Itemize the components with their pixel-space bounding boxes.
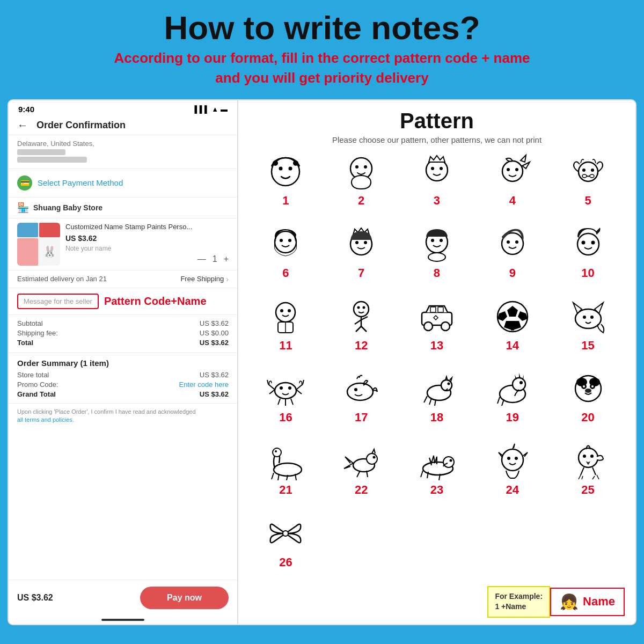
svg-point-65	[288, 386, 291, 390]
svg-point-63	[275, 383, 296, 399]
product-details: Customized Name Stamp Paints Perso... US…	[65, 223, 229, 266]
svg-point-22	[288, 239, 291, 242]
svg-rect-52	[430, 307, 436, 312]
svg-point-25	[364, 241, 367, 244]
product-title: Customized Name Stamp Paints Perso...	[65, 223, 229, 232]
pattern-item-21: 21	[249, 440, 323, 509]
pattern-number-6: 6	[282, 266, 289, 280]
product-row: 🐰 Customized Name Stamp Paints Perso... …	[9, 218, 237, 270]
payment-label[interactable]: Select Payment Method	[38, 178, 123, 187]
back-button[interactable]: ←	[17, 119, 28, 131]
pattern-icon-10	[565, 223, 612, 265]
pattern-item-14: 14	[475, 296, 549, 365]
svg-rect-53	[438, 307, 443, 312]
pattern-item-6: 6	[249, 223, 323, 292]
pattern-title: Pattern	[249, 109, 625, 133]
pattern-item-22: 22	[325, 440, 398, 509]
svg-point-72	[513, 378, 525, 391]
address-blur-2	[17, 157, 87, 163]
subtotal-section: Subtotal US $3.62 Shipping fee: US $0.00…	[9, 315, 237, 353]
svg-point-4	[293, 160, 298, 166]
qty-plus[interactable]: +	[224, 254, 229, 264]
pattern-item-25: 25	[551, 440, 625, 509]
svg-point-50	[424, 322, 433, 331]
pay-button[interactable]: Pay now	[140, 587, 229, 609]
svg-point-13	[507, 168, 510, 171]
pattern-number-19: 19	[506, 411, 519, 425]
terms-link[interactable]: all terms and policies.	[17, 416, 74, 423]
free-shipping: Free Shipping	[180, 275, 224, 283]
pattern-item-20: 20	[551, 368, 625, 437]
status-time: 9:40	[18, 105, 34, 114]
left-panel: 9:40 ▌▌▌ ▲ ▬ ← Order Confirmation Delawa…	[8, 99, 238, 625]
svg-point-43	[363, 306, 365, 309]
svg-point-7	[364, 165, 367, 169]
pattern-number-23: 23	[430, 483, 443, 497]
phone-nav: ← Order Confirmation	[9, 116, 237, 135]
pay-total: US $3.62	[17, 593, 53, 603]
svg-point-61	[583, 316, 586, 319]
pattern-icon-20	[565, 368, 612, 409]
svg-line-45	[355, 320, 361, 324]
svg-point-1	[279, 166, 283, 170]
pattern-icon-14	[489, 296, 536, 338]
store-icon: 🏪	[17, 202, 29, 214]
pattern-item-23: 23	[400, 440, 474, 509]
product-price: US $3.62	[65, 234, 229, 243]
pattern-item-16: 16	[249, 368, 323, 437]
payment-section: 💳 Select Payment Method	[9, 169, 237, 197]
pattern-item-24: 24	[475, 440, 549, 509]
svg-point-96	[590, 455, 594, 458]
pattern-number-17: 17	[355, 411, 368, 425]
svg-point-19	[590, 174, 594, 178]
svg-point-67	[354, 388, 357, 391]
home-indicator	[9, 616, 237, 624]
pattern-icon-2	[338, 151, 385, 193]
promo-value[interactable]: Enter code here	[179, 380, 229, 389]
pattern-item-1: 1	[249, 151, 323, 220]
pattern-number-24: 24	[506, 483, 519, 497]
pattern-number-20: 20	[581, 411, 594, 425]
qty-minus[interactable]: —	[197, 254, 206, 264]
pattern-icon-11	[262, 296, 309, 338]
pattern-number-3: 3	[434, 194, 440, 208]
message-box[interactable]: Message for the seller	[17, 294, 99, 309]
pattern-item-17: 17	[325, 368, 398, 437]
pattern-icon-25	[565, 440, 612, 482]
pattern-item-19: 19	[475, 368, 549, 437]
pattern-item-3: 3	[400, 151, 474, 220]
pattern-number-8: 8	[434, 266, 440, 280]
pattern-number-14: 14	[506, 339, 519, 353]
pattern-icon-4	[489, 151, 536, 193]
pattern-icon-17	[338, 368, 385, 409]
pattern-number-16: 16	[279, 411, 292, 425]
svg-point-90	[449, 459, 452, 462]
pattern-item-2: 2	[325, 151, 398, 220]
order-summary-title: Order Summary (1 item)	[17, 358, 229, 368]
svg-point-6	[355, 165, 358, 169]
pattern-icon-7	[338, 223, 385, 265]
pattern-item-26: 26	[249, 513, 323, 582]
status-bar: 9:40 ▌▌▌ ▲ ▬	[9, 100, 237, 116]
pay-footer: US $3.62 Pay now	[9, 580, 237, 616]
svg-point-16	[582, 169, 586, 172]
svg-point-10	[431, 167, 434, 170]
pattern-number-9: 9	[509, 266, 516, 280]
pattern-item-13: 13	[400, 296, 474, 365]
pattern-item-7: 7	[325, 223, 398, 292]
message-row: Message for the seller Pattern Code+Name	[9, 288, 237, 315]
svg-line-48	[361, 326, 367, 332]
pattern-icon-16	[262, 368, 309, 409]
pattern-item-9: 9	[475, 223, 549, 292]
product-note: Note your name	[65, 245, 229, 252]
address-line1: Delaware, United States,	[17, 140, 229, 148]
svg-point-86	[367, 453, 377, 464]
svg-point-12	[502, 161, 523, 181]
svg-point-95	[583, 455, 586, 458]
pattern-number-25: 25	[581, 483, 594, 497]
svg-point-18	[582, 174, 587, 178]
svg-point-3	[273, 160, 278, 166]
svg-point-24	[355, 241, 358, 244]
svg-point-11	[440, 167, 443, 170]
pattern-icon-5	[565, 151, 612, 193]
